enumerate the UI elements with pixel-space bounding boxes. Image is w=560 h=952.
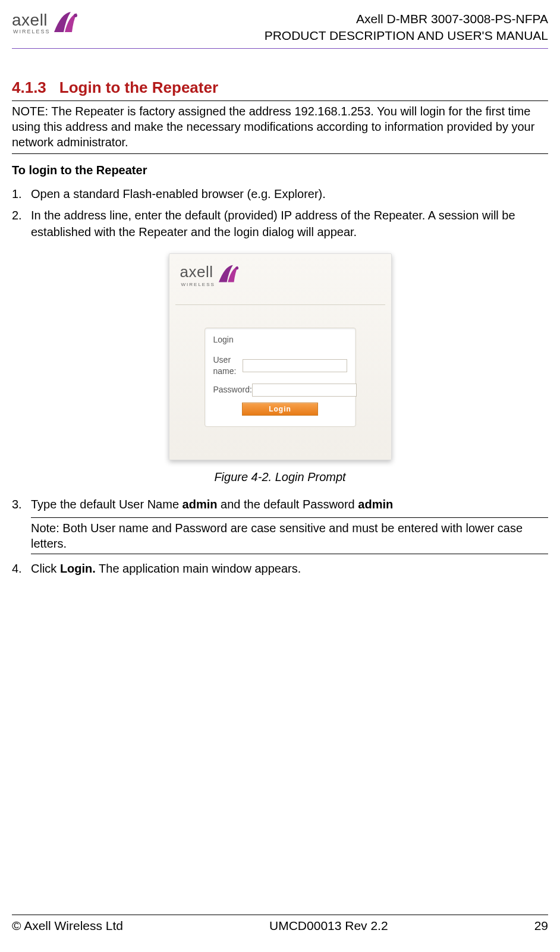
bold-text: Login. [60,562,96,575]
note-top: NOTE: The Repeater is factory assigned t… [12,101,548,154]
step-1: 1. Open a standard Flash-enabled browser… [12,186,548,202]
password-row: Password: [213,384,347,397]
step-num: 3. [12,496,31,513]
text: and the default Password [217,498,358,511]
logo-text: axell [12,11,51,30]
svg-point-0 [74,14,77,17]
section-title: Login to the Repeater [59,78,218,96]
axell-swoosh-icon [53,11,79,34]
step-4: 4. Click Login. The application main win… [12,560,548,577]
footer-left: © Axell Wireless Ltd [12,919,123,933]
login-logo-text: axell [180,261,215,282]
svg-point-1 [235,267,238,270]
login-button[interactable]: Login [242,403,318,416]
step-body: Open a standard Flash-enabled browser (e… [31,186,548,202]
login-form: Login User name: Password: Login [205,328,356,427]
password-input[interactable] [252,384,357,397]
step-body: Type the default User Name admin and the… [31,496,548,513]
doc-subtitle: PRODUCT DESCRIPTION AND USER'S MANUAL [265,27,548,44]
step-num: 4. [12,560,31,577]
step-num: 1. [12,186,31,202]
page-header: axell WIRELESS Axell D-MBR 3007-3008-PS-… [12,11,548,49]
figure-login-prompt: axell WIRELESS Login User name: [12,253,548,485]
username-label: User name: [213,354,243,378]
inline-note: Note: Both User name and Password are ca… [31,517,548,554]
section-heading: 4.1.3Login to the Repeater [12,78,548,97]
footer-page-number: 29 [534,919,548,933]
steps-list: 1. Open a standard Flash-enabled browser… [12,186,548,577]
footer-center: UMCD00013 Rev 2.2 [269,919,388,933]
text: The application main window appears. [96,562,301,575]
username-row: User name: [213,354,347,378]
login-box-title: Login [213,334,347,346]
login-panel: axell WIRELESS Login User name: [169,253,392,460]
login-panel-logo: axell WIRELESS [180,261,380,288]
subheading: To login to the Repeater [12,164,548,177]
password-label: Password: [213,384,252,396]
section-number: 4.1.3 [12,78,46,96]
step-body: In the address line, enter the default (… [31,207,548,240]
page-footer: © Axell Wireless Ltd UMCD00013 Rev 2.2 2… [12,915,548,933]
text: Click [31,562,60,575]
bold-text: admin [183,498,218,511]
header-doc-title: Axell D-MBR 3007-3008-PS-NFPA PRODUCT DE… [265,11,548,45]
text: Type the default User Name [31,498,183,511]
header-logo: axell WIRELESS [12,11,79,34]
login-logo-subtext: WIRELESS [181,281,215,288]
doc-id: Axell D-MBR 3007-3008-PS-NFPA [265,11,548,27]
username-input[interactable] [243,359,347,372]
login-separator [175,304,385,305]
step-2: 2. In the address line, enter the defaul… [12,207,548,240]
step-3: 3. Type the default User Name admin and … [12,496,548,513]
bold-text: admin [358,498,393,511]
figure-caption: Figure 4-2. Login Prompt [214,469,345,485]
logo-subtext: WIRELESS [13,29,51,34]
step-body: Click Login. The application main window… [31,560,548,577]
step-num: 2. [12,207,31,240]
axell-swoosh-icon [218,264,240,284]
